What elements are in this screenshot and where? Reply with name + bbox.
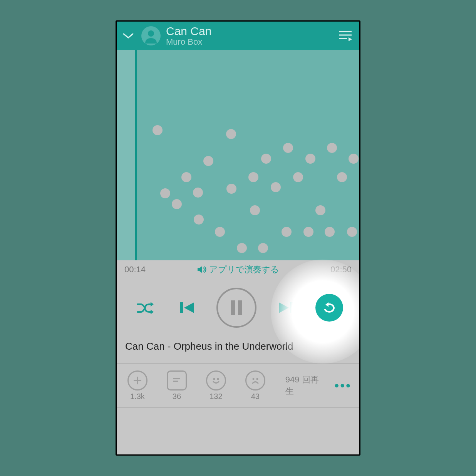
sad-count: 43: [251, 392, 260, 401]
note-dot: [337, 172, 347, 182]
svg-rect-4: [180, 302, 183, 313]
pause-button[interactable]: [216, 288, 256, 328]
note-dot: [250, 205, 260, 215]
comments-button[interactable]: 36: [161, 370, 193, 401]
note-dot: [258, 243, 268, 253]
svg-point-0: [148, 30, 154, 37]
header-text: Can Can Muro Box: [166, 25, 332, 47]
note-dot: [153, 125, 163, 135]
more-button[interactable]: •••: [331, 378, 355, 393]
artist-avatar[interactable]: [141, 26, 161, 45]
shuffle-icon: [136, 300, 154, 315]
svg-point-14: [252, 378, 254, 380]
like-button[interactable]: 132: [200, 370, 232, 401]
track-title: Can Can: [166, 25, 332, 37]
note-dot: [237, 243, 247, 253]
roll-shade: [117, 50, 137, 260]
note-dot: [303, 227, 313, 237]
play-count-label: 949 回再生: [285, 374, 325, 397]
track-artist: Muro Box: [166, 37, 332, 47]
note-dot: [325, 227, 335, 237]
transport-controls: [117, 279, 359, 337]
comment-icon: [167, 370, 187, 391]
playlist-button[interactable]: [337, 27, 354, 44]
time-row: 00:14 アプリで演奏する 02:50: [117, 260, 359, 279]
note-dot: [327, 143, 337, 153]
previous-icon: [179, 300, 196, 315]
add-count: 1.3k: [130, 392, 145, 401]
note-dot: [305, 154, 315, 164]
svg-point-12: [213, 378, 215, 380]
elapsed-time: 00:14: [124, 265, 146, 275]
note-dot: [194, 215, 204, 225]
pause-icon: [229, 299, 244, 317]
collapse-button[interactable]: [121, 28, 136, 44]
note-dot: [215, 227, 225, 237]
comment-count: 36: [173, 392, 181, 401]
note-dot: [226, 129, 236, 139]
note-dot: [160, 188, 170, 198]
svg-rect-6: [238, 300, 242, 315]
sad-face-icon: [245, 370, 265, 391]
happy-count: 132: [210, 392, 222, 401]
svg-rect-7: [290, 302, 293, 313]
note-dot: [181, 172, 191, 182]
speaker-icon: [197, 265, 207, 274]
note-dot: [315, 205, 325, 215]
full-track-title: Can Can - Orpheus in the Underworld: [117, 337, 359, 363]
note-dot: [261, 154, 271, 164]
note-dot: [248, 172, 258, 182]
next-button[interactable]: [273, 295, 298, 320]
stats-bar: 1.3k 36 132 43 949 回再生 •••: [117, 363, 359, 408]
note-dot: [347, 227, 357, 237]
play-mode-button[interactable]: アプリで演奏する: [197, 264, 279, 275]
plus-icon: [127, 370, 147, 391]
svg-rect-5: [231, 300, 235, 315]
loop-icon: [322, 302, 337, 314]
note-dot: [271, 182, 281, 192]
previous-button[interactable]: [175, 295, 199, 320]
svg-point-15: [256, 378, 258, 380]
note-dot: [283, 143, 293, 153]
note-dot: [226, 184, 236, 194]
note-roll-view[interactable]: [117, 50, 359, 260]
note-dot: [193, 188, 203, 198]
note-dot: [349, 154, 359, 164]
note-dot: [203, 156, 213, 166]
next-icon: [277, 300, 294, 315]
happy-face-icon: [206, 370, 226, 391]
note-dot: [293, 172, 303, 182]
dislike-button[interactable]: 43: [239, 370, 272, 401]
svg-point-13: [217, 378, 219, 380]
play-mode-label: アプリで演奏する: [209, 264, 279, 275]
player-header: Can Can Muro Box: [117, 22, 359, 50]
total-time: 02:50: [330, 265, 352, 275]
playhead-line: [135, 50, 137, 260]
note-dot: [172, 199, 182, 209]
music-player-screen: Can Can Muro Box 00:14 アプリで演奏する 02: [116, 20, 360, 456]
add-to-playlist-button[interactable]: 1.3k: [121, 370, 154, 401]
note-dot: [282, 227, 292, 237]
shuffle-button[interactable]: [133, 295, 158, 320]
loop-button[interactable]: [315, 294, 343, 322]
